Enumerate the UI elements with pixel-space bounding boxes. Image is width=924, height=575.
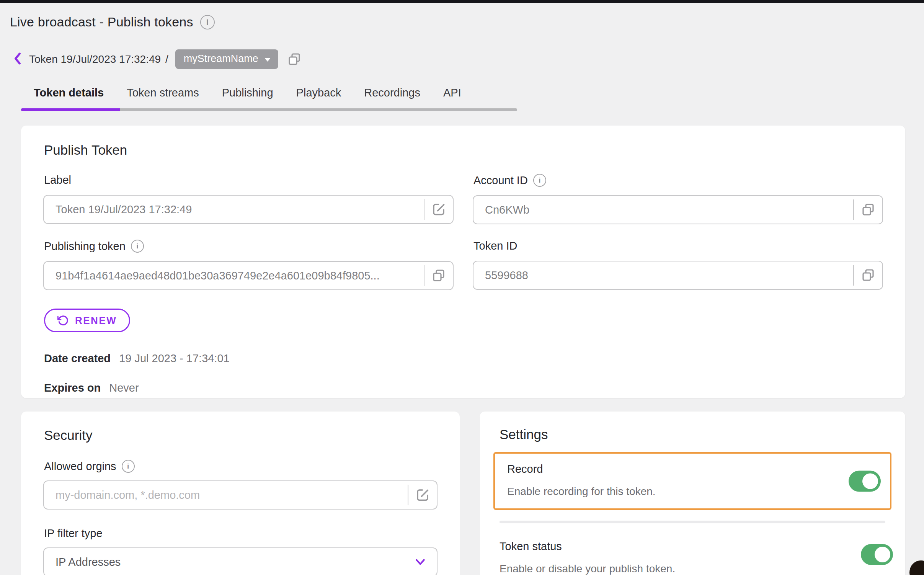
copy-publishing-token-button[interactable] bbox=[424, 262, 453, 289]
label-field: Label bbox=[43, 174, 454, 224]
copy-icon bbox=[861, 268, 875, 282]
copy-icon bbox=[432, 269, 446, 283]
info-icon[interactable] bbox=[131, 240, 144, 253]
settings-card: Settings Record Enable recording for thi… bbox=[480, 412, 905, 575]
record-label: Record bbox=[507, 463, 840, 475]
account-id-inputbox bbox=[473, 195, 883, 224]
label-inputbox bbox=[43, 195, 454, 224]
publish-token-card: Publish Token Label Account ID bbox=[21, 126, 905, 398]
account-id-field: Account ID bbox=[473, 174, 883, 224]
token-status-toggle[interactable] bbox=[861, 544, 893, 565]
ip-filter-type-label: IP filter type bbox=[44, 527, 438, 540]
allowed-origins-input[interactable] bbox=[44, 489, 408, 501]
edit-icon bbox=[416, 488, 429, 502]
token-status-setting: Token status Enable or disable your publ… bbox=[500, 540, 891, 575]
label-input[interactable] bbox=[44, 203, 424, 216]
record-toggle[interactable] bbox=[849, 470, 881, 492]
date-created-row: Date created 19 Jul 2023 - 17:34:01 bbox=[44, 352, 883, 365]
publish-token-form: Label Account ID bbox=[43, 174, 883, 290]
ip-filter-type-select[interactable]: IP Addresses bbox=[43, 547, 438, 575]
account-id-input[interactable] bbox=[473, 204, 853, 216]
publishing-token-label: Publishing token bbox=[44, 240, 126, 253]
top-window-bar bbox=[0, 0, 924, 3]
select-chevron-icon bbox=[415, 556, 426, 568]
tab-publishing[interactable]: Publishing bbox=[222, 87, 273, 99]
edit-icon bbox=[432, 203, 446, 216]
publishing-token-inputbox bbox=[43, 261, 454, 290]
security-title: Security bbox=[44, 428, 438, 443]
publishing-token-input[interactable] bbox=[44, 270, 424, 282]
expires-on-label: Expires on bbox=[44, 382, 101, 394]
toggle-knob bbox=[875, 547, 890, 562]
allowed-origins-inputbox bbox=[43, 480, 438, 510]
tab-recordings[interactable]: Recordings bbox=[364, 87, 420, 99]
token-id-label: Token ID bbox=[473, 240, 517, 252]
stream-name-label: myStreamName bbox=[184, 53, 258, 65]
tab-token-streams[interactable]: Token streams bbox=[127, 87, 199, 99]
copy-account-id-button[interactable] bbox=[854, 196, 882, 224]
page-header: Live broadcast - Publish tokens bbox=[10, 15, 924, 29]
active-tab-indicator bbox=[21, 108, 120, 111]
label-field-label: Label bbox=[44, 174, 71, 186]
breadcrumb-separator: / bbox=[165, 53, 168, 65]
token-id-input[interactable] bbox=[473, 269, 853, 282]
expires-on-row: Expires on Never bbox=[44, 382, 883, 394]
edit-label-button[interactable] bbox=[424, 196, 453, 223]
edit-allowed-origins-button[interactable] bbox=[408, 481, 437, 509]
publishing-token-field: Publishing token bbox=[43, 240, 454, 290]
page-title: Live broadcast - Publish tokens bbox=[10, 15, 193, 29]
caret-down-icon bbox=[264, 58, 271, 62]
record-setting-highlight: Record Enable recording for this token. bbox=[493, 452, 891, 510]
token-status-description: Enable or disable your publish token. bbox=[500, 563, 842, 575]
allowed-origins-label: Allowed orgins bbox=[44, 460, 116, 473]
info-icon[interactable] bbox=[200, 15, 215, 29]
date-created-label: Date created bbox=[44, 352, 111, 365]
renew-button[interactable]: RENEW bbox=[44, 309, 130, 332]
token-status-label: Token status bbox=[500, 540, 842, 553]
renew-rotate-icon bbox=[57, 315, 69, 326]
date-created-value: 19 Jul 2023 - 17:34:01 bbox=[119, 352, 230, 365]
ip-filter-selected-value: IP Addresses bbox=[56, 556, 121, 568]
copy-token-id-button[interactable] bbox=[854, 261, 882, 289]
toggle-knob bbox=[862, 473, 878, 489]
settings-title: Settings bbox=[500, 427, 891, 442]
tab-playback[interactable]: Playback bbox=[296, 87, 341, 99]
info-icon[interactable] bbox=[122, 460, 135, 473]
stream-name-dropdown[interactable]: myStreamName bbox=[175, 49, 278, 69]
publish-token-title: Publish Token bbox=[44, 142, 883, 158]
expires-on-value: Never bbox=[109, 382, 139, 394]
info-icon[interactable] bbox=[533, 174, 546, 187]
copy-icon[interactable] bbox=[287, 52, 301, 66]
bottom-cards-row: Security Allowed orgins IP filter type I… bbox=[21, 412, 924, 575]
breadcrumb-token-label[interactable]: Token 19/Jul/2023 17:32:49 bbox=[29, 53, 161, 65]
account-id-label: Account ID bbox=[473, 174, 528, 187]
token-id-field: Token ID bbox=[473, 240, 883, 290]
tab-api[interactable]: API bbox=[443, 87, 461, 99]
renew-button-label: RENEW bbox=[75, 315, 117, 327]
security-card: Security Allowed orgins IP filter type I… bbox=[21, 412, 460, 575]
breadcrumb: Token 19/Jul/2023 17:32:49 / myStreamNam… bbox=[13, 49, 924, 69]
token-id-inputbox bbox=[473, 261, 883, 290]
tab-underline-track bbox=[21, 108, 517, 111]
back-chevron-icon[interactable] bbox=[13, 52, 23, 67]
settings-divider bbox=[500, 521, 885, 523]
tab-token-details[interactable]: Token details bbox=[34, 87, 104, 99]
copy-icon bbox=[861, 203, 875, 217]
record-description: Enable recording for this token. bbox=[507, 485, 840, 498]
tab-bar: Token details Token streams Publishing P… bbox=[34, 87, 924, 99]
